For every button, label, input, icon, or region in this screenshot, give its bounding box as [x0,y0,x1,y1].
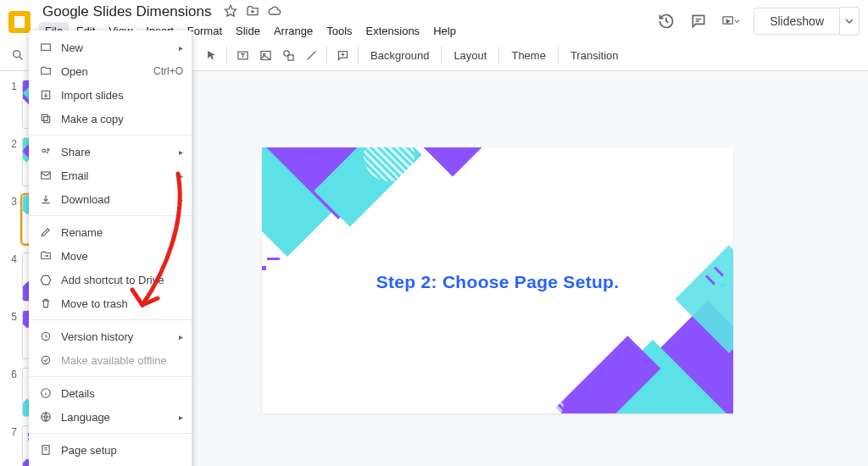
info-icon [39,386,53,400]
thumb-number: 5 [8,310,17,359]
background-button[interactable]: Background [363,45,437,66]
menu-item-new[interactable]: New▸ [29,36,192,59]
move-folder-icon [39,249,53,263]
move-icon[interactable] [246,4,259,21]
menu-item-rename[interactable]: Rename [29,220,192,244]
download-icon [39,192,53,206]
menu-item-details[interactable]: Details [29,381,192,405]
shape-icon[interactable] [277,44,299,66]
menu-item-copy[interactable]: Make a copy [29,107,192,130]
canvas[interactable]: Step 2: Choose Page Setup. [127,71,868,466]
menu-item-email[interactable]: Email▸ [29,164,192,187]
slideshow-dropdown[interactable] [840,7,860,36]
page-setup-icon [39,443,53,457]
slide[interactable]: Step 2: Choose Page Setup. [262,147,733,413]
document-title[interactable]: Google Slides Dimensions [39,2,214,22]
svg-rect-11 [42,114,47,120]
menu-item-language[interactable]: Language▸ [29,405,192,429]
comments-icon[interactable] [689,12,708,31]
slideshow-button[interactable]: Slideshow [754,8,840,35]
svg-point-13 [47,149,49,151]
chevron-right-icon: ▸ [179,171,183,180]
menu-extensions[interactable]: Extensions [360,22,426,40]
svg-rect-8 [42,44,51,51]
history-icon [39,330,53,343]
thumb-number: 7 [8,425,17,466]
share-icon [39,145,53,158]
history-icon[interactable] [657,12,676,31]
thumb-number: 2 [8,137,17,186]
svg-marker-0 [225,5,236,16]
rename-icon [39,225,53,239]
image-icon[interactable] [254,44,276,66]
new-icon [39,41,53,54]
svg-point-16 [42,356,49,363]
menu-item-shortcut[interactable]: Add shortcut to Drive [29,268,192,291]
svg-rect-7 [287,54,292,59]
line-icon[interactable] [300,44,322,66]
star-icon[interactable] [224,4,237,21]
menu-item-download[interactable]: Download▸ [29,187,192,211]
menu-arrange[interactable]: Arrange [268,22,319,40]
chevron-right-icon: ▸ [179,147,183,157]
pointer-icon[interactable] [200,44,222,66]
present-icon[interactable] [721,12,740,31]
layout-button[interactable]: Layout [446,45,494,66]
import-icon [39,88,53,102]
transition-button[interactable]: Transition [563,45,626,66]
thumb-number: 1 [8,80,17,129]
menu-help[interactable]: Help [427,22,462,40]
menu-item-move[interactable]: Move [29,244,192,268]
menu-tools[interactable]: Tools [320,22,358,40]
trash-icon [39,297,53,310]
folder-icon [39,64,53,78]
menu-item-print-preview[interactable]: Print preview [29,462,192,466]
theme-button[interactable]: Theme [504,45,553,66]
thumb-number: 3 [8,195,17,244]
chevron-right-icon: ▸ [179,43,183,53]
email-icon [39,169,53,182]
menu-item-import[interactable]: Import slides [29,83,192,107]
offline-icon [39,353,53,367]
file-menu-dropdown: New▸ OpenCtrl+O Import slides Make a cop… [29,31,192,466]
menu-item-offline: Make available offline [29,348,192,372]
menu-item-version[interactable]: Version history▸ [29,325,192,348]
globe-icon [39,410,53,424]
menu-slide[interactable]: Slide [230,22,266,40]
textbox-icon[interactable] [231,44,253,66]
chevron-right-icon: ▸ [179,195,183,204]
chevron-right-icon: ▸ [179,332,183,341]
slides-logo-icon [8,11,31,33]
search-icon[interactable] [7,44,29,66]
menu-item-share[interactable]: Share▸ [29,140,192,164]
header-actions: Slideshow [657,7,860,36]
copy-icon [39,112,53,125]
thumb-number: 4 [8,252,17,302]
menu-item-trash[interactable]: Move to trash [29,291,192,315]
drive-shortcut-icon [39,273,53,286]
menu-item-open[interactable]: OpenCtrl+O [29,59,192,83]
svg-point-12 [42,149,46,153]
slide-title: Step 2: Choose Page Setup. [262,272,733,292]
chevron-right-icon: ▸ [179,413,183,422]
cloud-icon[interactable] [268,4,281,21]
comment-add-icon[interactable] [331,44,353,66]
menu-item-page-setup[interactable]: Page setup [29,438,192,462]
svg-point-2 [14,51,20,58]
thumb-number: 6 [8,368,17,417]
svg-rect-10 [44,117,50,123]
